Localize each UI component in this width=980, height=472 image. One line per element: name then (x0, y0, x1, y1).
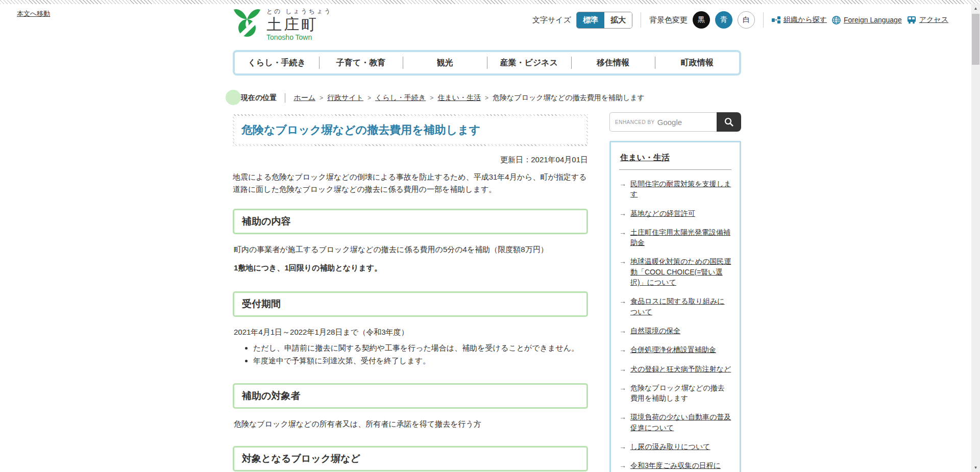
page: { "colors": { "accent_teal": "#1f7da6", … (0, 0, 980, 472)
sidebar-item[interactable]: → 合併処理浄化槽設置補助金 (619, 344, 731, 355)
bg-white-button[interactable]: 白 (738, 11, 755, 29)
sidebar-item[interactable]: → 自然環境の保全 (619, 326, 731, 336)
chevron-right-icon: > (485, 94, 488, 102)
foreign-language-label: Foreign Language (844, 16, 902, 24)
chevron-right-icon: > (430, 94, 433, 102)
section-bold-note: 1敷地につき、1回限りの補助となります。 (234, 263, 587, 273)
vertical-scrollbar[interactable]: ▲ ▼ (971, 4, 980, 472)
breadcrumb-link-gyosei[interactable]: 行政サイト (327, 93, 363, 103)
breadcrumb-link-home[interactable]: ホーム (293, 93, 315, 103)
org-search-link[interactable]: 組織から探す (772, 15, 827, 24)
sidebar-item[interactable]: → し尿の汲み取りについて (619, 441, 731, 452)
sidebar-item-label: 食品ロスに関する取り組みについて (630, 296, 731, 317)
header-tools: 文字サイズ 標準 拡大 背景色変更 黒 青 白 組織から探す (532, 11, 948, 29)
org-search-label: 組織から探す (783, 15, 827, 24)
sidebar-item-label: 自然環境の保全 (630, 326, 680, 336)
scrollbar-down-button[interactable]: ▼ (971, 463, 980, 472)
nav-item-kanko[interactable]: 観光 (403, 52, 487, 73)
divider (763, 12, 764, 28)
sidebar-item-label: 地球温暖化対策のための国民運動「COOL CHOICE(=賢い選択)」について (630, 256, 731, 287)
scrollbar-thumb[interactable] (972, 14, 979, 65)
sidebar-item[interactable]: → 墓地などの経営許可 (619, 208, 731, 218)
arrow-right-icon: → (619, 256, 626, 266)
breadcrumb-decoration-circle (226, 90, 241, 105)
arrow-right-icon: → (619, 227, 626, 237)
arrow-right-icon: → (619, 326, 626, 336)
org-chart-icon (772, 16, 780, 24)
search-icon (724, 117, 734, 127)
logo-title: 土庄町 (266, 16, 332, 33)
access-link[interactable]: アクセス (907, 15, 948, 24)
side-column: ENHANCED BY Google 住まい・生活 → 民間住宅の耐震対策を支援… (609, 112, 741, 472)
nav-item-iju[interactable]: 移住情報 (571, 52, 655, 73)
sidebar-item-label: し尿の汲み取りについて (630, 441, 710, 452)
section-paragraph: 2021年4月1日～2022年1月28日まで（令和3年度） (234, 326, 587, 338)
breadcrumb: 現在の位置 ホーム > 行政サイト > くらし・手続き > 住まい・生活 > 危… (233, 90, 743, 106)
sidebar-item-label: 民間住宅の耐震対策を支援します (630, 179, 731, 200)
arrow-right-icon: → (619, 179, 626, 189)
bullet-item: 年度途中で予算額に到達次第、受付を終了します。 (253, 356, 588, 366)
chevron-right-icon: > (320, 94, 323, 102)
site-logo[interactable]: との しょうちょう 土庄町 Tonosho Town (233, 7, 332, 41)
breadcrumb-link-sumai[interactable]: 住まい・生活 (437, 93, 481, 103)
nav-item-sangyo[interactable]: 産業・ビジネス (487, 52, 571, 73)
arrow-right-icon: → (619, 208, 626, 218)
arrow-right-icon: → (619, 412, 626, 422)
top-decorative-strip (0, 0, 980, 4)
updated-date: 更新日：2021年04月01日 (233, 155, 588, 165)
intro-paragraph: 地震による危険なブロック塀などの倒壊による事故を防止するため、平成31年4月から… (233, 171, 588, 195)
font-size-label: 文字サイズ (532, 15, 571, 25)
sidebar-item-label: 令和3年度ごみ収集の日程に (630, 460, 721, 470)
breadcrumb-link-kurashi[interactable]: くらし・手続き (375, 93, 426, 103)
bg-color-label: 背景色変更 (649, 15, 688, 25)
sidebar-item[interactable]: → 民間住宅の耐震対策を支援します (619, 179, 731, 200)
bullet-item: ただし、申請前に撤去に関する契約や工事を行った場合は、補助を受けることができませ… (253, 343, 588, 353)
sidebar-item[interactable]: → 環境負荷の少ない自動車の普及促進について (619, 412, 731, 433)
bg-black-button[interactable]: 黒 (693, 11, 710, 29)
access-label: アクセス (919, 15, 948, 24)
sidebar-item[interactable]: → 犬の登録と狂犬病予防注射など (619, 364, 731, 374)
foreign-language-link[interactable]: Foreign Language (832, 16, 902, 24)
sidebar-item-label: 環境負荷の少ない自動車の普及促進について (630, 412, 731, 433)
sidebar-item-label: 合併処理浄化槽設置補助金 (630, 344, 716, 355)
chevron-right-icon: > (368, 94, 371, 102)
sidebar-item[interactable]: → 令和3年度ごみ収集の日程に (619, 460, 731, 470)
nav-item-kurashi[interactable]: くらし・手続き (235, 52, 319, 73)
skip-to-content-link[interactable]: 本文へ移動 (17, 9, 50, 18)
section-paragraph: 危険なブロック塀などの所有者又は、所有者に承諾を得て撤去を行う方 (234, 418, 587, 430)
logo-furigana: との しょうちょう (266, 7, 332, 16)
sidebar-item[interactable]: → 土庄町住宅用太陽光発電設備補助金 (619, 227, 731, 248)
sidebar-item-label: 土庄町住宅用太陽光発電設備補助金 (630, 227, 731, 248)
nav-item-chosei[interactable]: 町政情報 (655, 52, 739, 73)
sidebar-item-label: 危険なブロック塀などの撤去費用を補助します (630, 383, 731, 404)
logo-subtitle: Tonosho Town (266, 33, 332, 41)
sidebar-item[interactable]: → 地球温暖化対策のための国民運動「COOL CHOICE(=賢い選択)」につい… (619, 256, 731, 287)
scrollbar-up-button[interactable]: ▲ (971, 4, 980, 13)
arrow-right-icon: → (619, 383, 626, 393)
font-large-button[interactable]: 拡大 (604, 12, 632, 28)
site-search: ENHANCED BY Google (609, 112, 741, 132)
sidebar-item[interactable]: → 食品ロスに関する取り組みについて (619, 296, 731, 317)
arrow-right-icon: → (619, 344, 626, 355)
nav-item-kosodate[interactable]: 子育て・教育 (319, 52, 403, 73)
sidebar-item-current: → 危険なブロック塀などの撤去費用を補助します (619, 383, 731, 404)
globe-icon (832, 16, 841, 24)
arrow-right-icon: → (619, 364, 626, 374)
sidebar-item-label: 墓地などの経営許可 (630, 208, 695, 218)
arrow-right-icon: → (619, 460, 626, 470)
font-standard-button[interactable]: 標準 (577, 12, 604, 28)
bullet-list: ただし、申請前に撤去に関する契約や工事を行った場合は、補助を受けることができませ… (253, 343, 588, 366)
bus-icon (907, 16, 916, 24)
main-content: 危険なブロック塀などの撤去費用を補助します 更新日：2021年04月01日 地震… (233, 114, 588, 472)
arrow-right-icon: → (619, 441, 626, 452)
bg-blue-button[interactable]: 青 (715, 11, 732, 29)
arrow-right-icon: → (619, 296, 626, 306)
search-placeholder-prefix: ENHANCED BY (615, 119, 655, 125)
search-placeholder-brand: Google (657, 118, 682, 127)
divider (285, 93, 285, 103)
sidebar-title-link[interactable]: 住まい・生活 (620, 153, 670, 163)
town-emblem-icon (233, 7, 261, 39)
search-button[interactable] (717, 112, 741, 132)
search-input[interactable]: ENHANCED BY Google (609, 112, 717, 132)
breadcrumb-current: 危険なブロック塀などの撤去費用を補助します (493, 93, 645, 103)
